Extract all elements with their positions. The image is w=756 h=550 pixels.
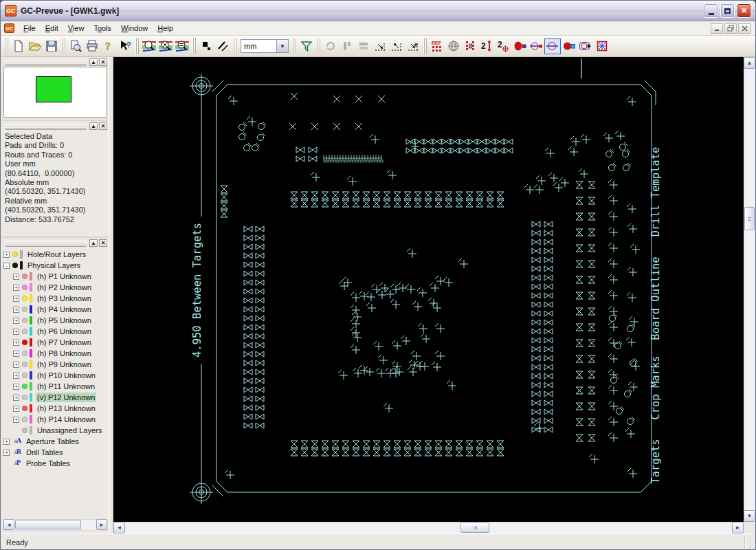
layer-row[interactable]: +(h) P1 Unknown	[3, 271, 109, 282]
layer-color-dot[interactable]	[22, 307, 27, 312]
layer-label[interactable]: (h) P4 Unknown	[36, 305, 93, 314]
select-traces-button[interactable]	[214, 38, 231, 54]
layer-label[interactable]: Probe Tables	[25, 459, 71, 468]
panel-grip[interactable]	[5, 241, 87, 245]
scroll-right-button[interactable]: ►	[732, 522, 744, 534]
layer-color-bar[interactable]	[30, 415, 32, 424]
layer-color-dot[interactable]	[22, 340, 27, 345]
open-file-button[interactable]	[27, 38, 43, 54]
layer-color-dot[interactable]	[12, 252, 18, 257]
print-preview-button[interactable]	[67, 38, 84, 54]
panel-close-button[interactable]: ✕	[99, 122, 107, 130]
layer-row[interactable]: -Physical Layers	[3, 260, 109, 271]
layer-label[interactable]: (h) P1 Unknown	[36, 272, 93, 281]
toolbar-grip[interactable]	[316, 38, 321, 54]
filter-button[interactable]	[298, 38, 315, 54]
layer-color-bar[interactable]	[30, 305, 32, 314]
scroll-left-button[interactable]: ◄	[113, 522, 125, 534]
layer-label[interactable]: (h) P11 Unknown	[36, 382, 96, 391]
layer-label[interactable]: (h) P6 Unknown	[36, 327, 93, 336]
layer-color-bar[interactable]	[30, 338, 32, 346]
layer-color-bar[interactable]	[30, 393, 32, 402]
zoom-in-button[interactable]	[141, 38, 157, 54]
panel-collapse-button[interactable]: ▲	[89, 58, 98, 66]
layer-color-dot[interactable]	[22, 373, 27, 378]
expand-icon[interactable]: +	[3, 252, 10, 258]
measure-distance-button[interactable]	[388, 38, 405, 54]
layer-row[interactable]: +▲AAperture Tables	[3, 436, 109, 447]
menu-item-file[interactable]: File	[19, 22, 41, 34]
pad-trace-button[interactable]	[561, 38, 577, 54]
expand-icon[interactable]: +	[13, 307, 19, 313]
toolbar-grip[interactable]	[232, 38, 237, 54]
expand-icon[interactable]: +	[13, 318, 19, 324]
menu-item-help[interactable]: Help	[153, 22, 178, 34]
expand-icon[interactable]: +	[13, 285, 19, 291]
layer-label[interactable]: Physical Layers	[26, 261, 82, 270]
chevron-down-icon[interactable]: ▼	[276, 40, 288, 52]
select-pads-button[interactable]	[198, 38, 214, 54]
expand-icon[interactable]: +	[13, 373, 19, 379]
scroll-right-button[interactable]: ►	[96, 519, 107, 530]
layer-color-dot[interactable]	[22, 362, 27, 367]
measure-2point-button[interactable]: 2	[478, 38, 495, 54]
menu-item-edit[interactable]: Edit	[41, 22, 63, 34]
scroll-down-button[interactable]: ▼	[744, 510, 755, 522]
layer-label[interactable]: (v) P12 Unknown	[36, 393, 96, 402]
print-button[interactable]	[84, 38, 100, 54]
expand-icon[interactable]: +	[13, 351, 19, 357]
scroll-left-button[interactable]: ◄	[3, 519, 14, 530]
expand-icon[interactable]: +	[13, 274, 19, 280]
zoom-window-button[interactable]	[157, 38, 174, 54]
layer-color-dot[interactable]	[22, 351, 27, 356]
layer-color-dot[interactable]	[22, 384, 27, 389]
panel-grip[interactable]	[5, 60, 87, 65]
panel-close-button[interactable]: ✕	[99, 58, 107, 66]
draw-pad-line-button[interactable]	[528, 38, 544, 54]
panel-grip[interactable]	[5, 124, 87, 129]
netlist-button[interactable]	[445, 38, 462, 54]
canvas-vertical-scrollbar[interactable]: ▲ ▼	[744, 57, 755, 522]
layer-color-bar[interactable]	[30, 382, 32, 390]
zoom-extents-button[interactable]	[174, 38, 190, 54]
layer-row[interactable]: +▲RDrill Tables	[3, 447, 109, 458]
layer-row[interactable]: +(h) P3 Unknown	[3, 293, 109, 304]
layer-label[interactable]: (h) P2 Unknown	[36, 283, 93, 292]
units-dropdown[interactable]: mm ▼	[241, 39, 289, 53]
layer-label[interactable]: (h) P14 Unknown	[36, 415, 97, 424]
expand-icon[interactable]: +	[13, 329, 19, 335]
scrollbar-thumb[interactable]	[744, 207, 755, 230]
new-file-button[interactable]	[10, 38, 27, 54]
layer-color-bar[interactable]	[30, 404, 32, 412]
pin-numbers-button[interactable]: #	[462, 38, 478, 54]
toolbar-grip[interactable]	[135, 38, 140, 54]
layer-row[interactable]: +(h) P2 Unknown	[3, 282, 109, 293]
layer-color-bar[interactable]	[30, 272, 32, 280]
layer-label[interactable]: (h) P8 Unknown	[36, 349, 93, 358]
layer-color-bar[interactable]	[30, 283, 32, 292]
panel-collapse-button[interactable]: ▲	[89, 122, 98, 130]
layer-label[interactable]: (h) P7 Unknown	[36, 338, 93, 347]
scrollbar-thumb[interactable]	[15, 520, 81, 529]
layer-color-bar[interactable]	[30, 327, 32, 336]
layer-row[interactable]: Unassigned Layers	[3, 425, 109, 436]
layer-color-bar[interactable]	[30, 371, 32, 380]
delete-region-button[interactable]	[594, 38, 610, 54]
layer-color-dot[interactable]	[22, 428, 27, 433]
canvas-horizontal-scrollbar[interactable]: ◄ ►	[113, 522, 744, 534]
expand-icon[interactable]: +	[13, 395, 19, 401]
toolbar-grip[interactable]	[423, 38, 427, 54]
toolbar-grip[interactable]	[292, 38, 297, 54]
viewport-indicator[interactable]	[36, 76, 71, 102]
mdi-minimize-button[interactable]	[711, 23, 723, 34]
measure-2target-button[interactable]: 2	[495, 38, 511, 54]
layer-color-dot[interactable]	[22, 329, 27, 334]
layer-label[interactable]: (h) P3 Unknown	[36, 294, 93, 303]
layer-row[interactable]: +(h) P6 Unknown	[3, 326, 109, 337]
layer-color-dot[interactable]	[22, 417, 27, 422]
close-button[interactable]: ✕	[737, 3, 751, 18]
layer-color-dot[interactable]	[22, 285, 27, 290]
expand-icon[interactable]: +	[13, 417, 19, 423]
layer-row[interactable]: +(h) P8 Unknown	[3, 348, 109, 359]
layer-row[interactable]: +(h) P14 Unknown	[3, 414, 109, 425]
